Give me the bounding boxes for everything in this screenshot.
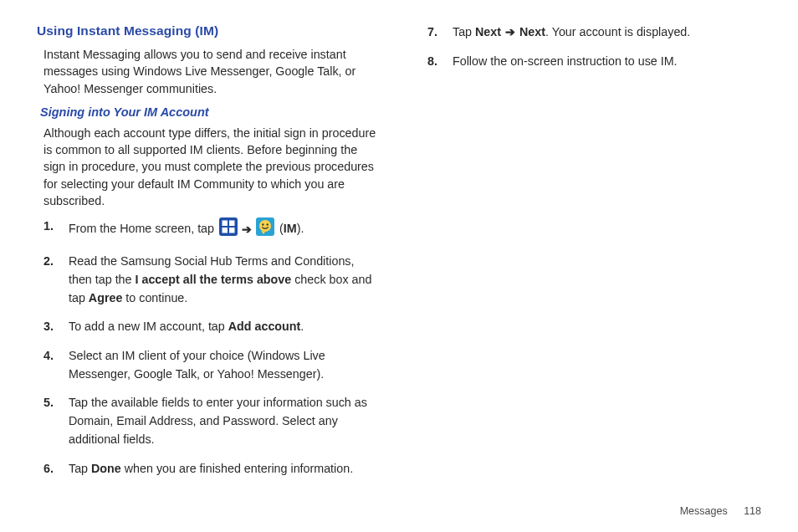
sub-heading: Signing into Your IM Account: [37, 105, 381, 119]
step-5: Tap the available fields to enter your i…: [43, 394, 381, 448]
subintro-paragraph: Although each account type differs, the …: [37, 125, 381, 209]
step-6-bold-done: Done: [91, 462, 121, 475]
svg-point-6: [259, 220, 271, 232]
intro-paragraph: Instant Messaging allows you to send and…: [37, 46, 381, 97]
step-3-bold-add: Add account: [228, 320, 301, 333]
step-2-text-e: to continue.: [122, 291, 187, 304]
step-6-text-c: when you are finished entering informati…: [121, 462, 353, 475]
step-1-text-a: From the Home screen, tap: [69, 223, 217, 236]
svg-point-7: [262, 224, 263, 226]
step-7-bold-next1: Next: [475, 25, 501, 38]
svg-rect-2: [229, 221, 235, 227]
step-1-bold-im: IM: [284, 223, 297, 236]
step-2-bold-accept: I accept all the terms above: [136, 273, 292, 286]
steps-list-left: From the Home screen, tap ➔ (IM). Read t…: [37, 217, 381, 478]
svg-rect-3: [223, 228, 228, 233]
page-columns: Using Instant Messaging (IM) Instant Mes…: [37, 23, 765, 489]
step-1: From the Home screen, tap ➔ (IM).: [43, 217, 381, 242]
page-footer: Messages 118: [680, 505, 761, 517]
arrow-icon: ➔: [242, 221, 252, 239]
svg-rect-4: [229, 228, 235, 233]
step-3-text-a: To add a new IM account, tap: [69, 320, 228, 333]
step-3: To add a new IM account, tap Add account…: [43, 318, 381, 336]
svg-point-8: [267, 224, 269, 226]
step-8: Follow the on-screen instruction to use …: [427, 53, 765, 71]
step-7: Tap Next ➔ Next. Your account is display…: [427, 23, 765, 42]
svg-rect-1: [223, 221, 228, 227]
step-7-text-d: . Your account is displayed.: [545, 25, 690, 38]
step-6: Tap Done when you are finished entering …: [43, 460, 381, 478]
step-7-bold-next2: Next: [519, 25, 545, 38]
arrow-icon-2: ➔: [505, 23, 515, 42]
step-3-text-c: .: [300, 320, 304, 333]
step-7-text-a: Tap: [453, 25, 475, 38]
step-1-text-d: ).: [297, 223, 304, 236]
step-6-text-a: Tap: [69, 462, 91, 475]
left-column: Using Instant Messaging (IM) Instant Mes…: [37, 23, 381, 489]
section-heading: Using Instant Messaging (IM): [37, 23, 381, 38]
step-1-text-b: (: [276, 223, 284, 236]
im-smiley-icon: [256, 217, 274, 242]
step-4: Select an IM client of your choice (Wind…: [43, 347, 381, 383]
step-2-bold-agree: Agree: [89, 291, 123, 304]
right-column: Tap Next ➔ Next. Your account is display…: [421, 23, 765, 489]
footer-section: Messages: [680, 505, 728, 517]
step-2: Read the Samsung Social Hub Terms and Co…: [43, 253, 381, 307]
svg-rect-0: [219, 217, 238, 236]
apps-grid-icon: [219, 217, 238, 242]
footer-page-number: 118: [744, 505, 761, 517]
steps-list-right: Tap Next ➔ Next. Your account is display…: [421, 23, 765, 71]
